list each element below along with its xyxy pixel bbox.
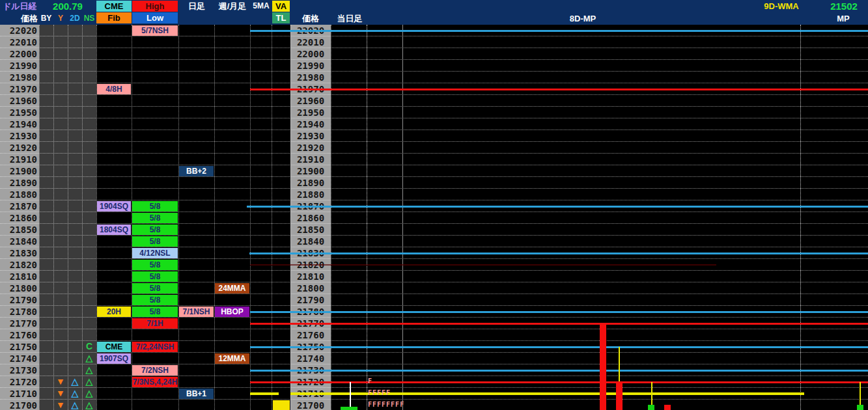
tab-weekly-monthly[interactable]: 週/月足 — [213, 1, 252, 12]
price-cell: 22010 — [290, 36, 331, 48]
candle-wick — [651, 382, 652, 405]
high-button[interactable]: High — [132, 1, 178, 12]
trading-app-window: ドル日経 200.79 価格 BY Y 2D NS CME Fib High L… — [0, 0, 868, 410]
wma-9d-label: 9D-WMA — [761, 1, 802, 12]
grid-row-line — [0, 235, 868, 236]
low-button[interactable]: Low — [132, 12, 178, 23]
grid-row-line — [0, 329, 868, 329]
grid-row-line — [0, 36, 868, 36]
grid-row-line — [0, 223, 868, 224]
price-cell: 21740 — [290, 353, 331, 364]
up-triangle-signal: △ — [68, 376, 82, 388]
price-cell: 21940 — [0, 118, 37, 130]
level-line-21780 — [250, 311, 868, 313]
price-cell: 21950 — [0, 107, 37, 118]
tab-5ma[interactable]: 5MA — [251, 1, 272, 12]
grid-row-line — [0, 176, 868, 177]
level-line-21750 — [250, 346, 868, 348]
grid-row-line — [0, 270, 868, 271]
grid-row-line — [0, 317, 868, 318]
mp-label: MP — [827, 13, 860, 24]
level-label: 5/8 — [132, 271, 178, 282]
price-cell: 21990 — [0, 60, 37, 72]
level-line-21710 — [250, 392, 279, 395]
instrument-title: ドル日経 — [3, 1, 39, 12]
price-cell: 21930 — [0, 130, 37, 142]
level-label: 1904SQ — [97, 201, 131, 212]
grid-column-line — [96, 25, 97, 410]
level-line-21830 — [249, 253, 868, 254]
grid-column-line — [250, 25, 251, 410]
price-cell: 21780 — [0, 306, 37, 318]
level-label: 5/8 — [132, 213, 178, 223]
price-cell: 21810 — [290, 271, 331, 282]
down-triangle-signal: ▼ — [53, 400, 68, 410]
price-cell: 22000 — [290, 48, 331, 60]
column-header-ns: NS — [82, 13, 96, 24]
grid-row-line — [0, 130, 868, 130]
candle-wick — [619, 347, 620, 381]
level-line-21970 — [250, 89, 868, 90]
up-triangle-signal: △ — [82, 376, 96, 388]
today-candle-header[interactable]: 当日足 — [331, 13, 369, 24]
fib-button[interactable]: Fib — [96, 12, 132, 23]
price-cell: 22020 — [0, 25, 37, 36]
grid-row-line — [0, 340, 868, 341]
grid-row-line — [0, 188, 868, 189]
up-triangle-signal: △ — [82, 364, 96, 376]
grid-row-line — [0, 376, 868, 376]
grid-column-line — [214, 25, 215, 410]
price-cell: 21820 — [0, 259, 37, 271]
price-cell: 21980 — [0, 72, 37, 83]
level-line-21820 — [250, 264, 716, 266]
va-button[interactable]: VA — [272, 1, 290, 12]
down-triangle-signal: ▼ — [53, 388, 68, 400]
fill-marker: FFFFF — [368, 390, 391, 396]
wma-9d-value: 21502 — [826, 1, 862, 12]
grid-row-line — [0, 200, 868, 200]
grid-row-line — [0, 399, 868, 400]
price-cell: 21850 — [290, 224, 331, 236]
grid-row-line — [0, 258, 868, 259]
price-cell: 21910 — [290, 154, 331, 165]
tl-button[interactable]: TL — [272, 12, 290, 23]
level-label: 7/3NS,4,24H — [132, 377, 178, 387]
up-triangle-signal: △ — [68, 400, 82, 410]
price-cell: 21940 — [290, 118, 331, 130]
price-cell: 21860 — [0, 212, 37, 224]
grid-column-line — [53, 25, 54, 410]
price-cell: 21830 — [0, 247, 37, 259]
grid-row-line — [0, 94, 868, 95]
fill-marker: F — [368, 378, 372, 385]
session-separator-line — [367, 25, 367, 410]
candle-body — [616, 381, 623, 410]
price-cell: 21770 — [0, 318, 37, 329]
price-cell: 21840 — [0, 236, 37, 247]
price-cell: 21730 — [0, 364, 37, 376]
tab-daily[interactable]: 日足 — [182, 1, 211, 12]
grid-row-line — [0, 247, 868, 247]
level-label: 24MMA — [215, 283, 249, 294]
price-cell: 21990 — [290, 60, 331, 72]
level-label: 4/8H — [97, 84, 131, 94]
candle-body — [664, 405, 671, 410]
price-cell: 21790 — [0, 294, 37, 306]
grid-row-line — [0, 59, 868, 60]
price-cell: 21860 — [290, 212, 331, 224]
price-cell: 21970 — [0, 83, 37, 95]
down-triangle-signal: ▼ — [53, 376, 68, 388]
grid-row-line — [0, 71, 868, 72]
up-triangle-signal: △ — [82, 388, 96, 400]
cme-button[interactable]: CME — [96, 1, 132, 12]
candle-body — [341, 407, 357, 410]
column-header-by: BY — [39, 13, 53, 24]
price-cell: 21790 — [290, 294, 331, 306]
grid-row-line — [0, 352, 868, 353]
price-cell: 21920 — [0, 142, 37, 154]
grid-row-line — [0, 48, 868, 48]
level-label: 1907SQ — [97, 353, 131, 364]
grid-column-line — [331, 25, 331, 410]
level-line-21730 — [250, 370, 868, 372]
grid-row-line — [0, 153, 868, 154]
level-label: 5/8 — [132, 201, 178, 212]
